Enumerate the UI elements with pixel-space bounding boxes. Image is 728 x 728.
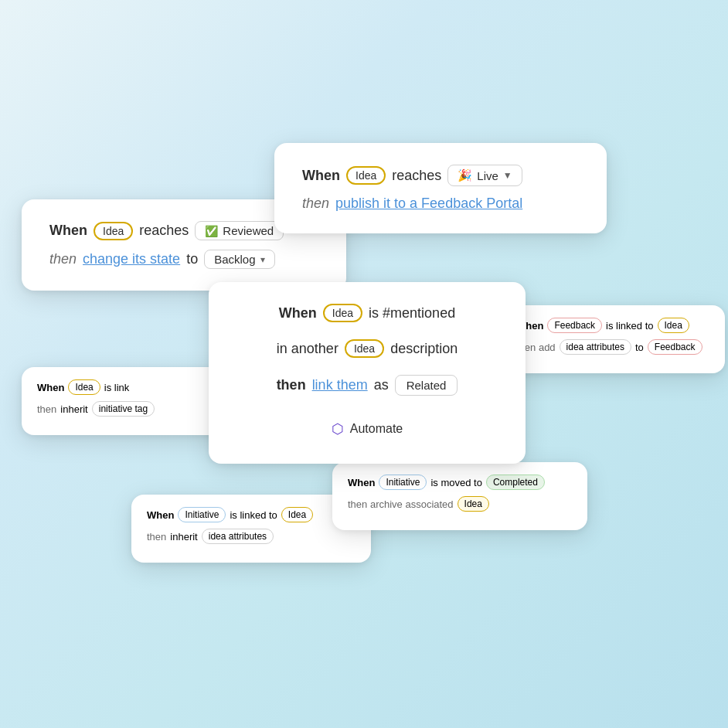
action-link-live[interactable]: publish it to a Feedback Portal <box>335 196 522 212</box>
reaches-label-live: reaches <box>392 168 441 184</box>
live-dropdown[interactable]: 🎉 Live ▼ <box>447 165 522 186</box>
automate-icon: ⬡ <box>332 420 344 437</box>
then-archive-text: then archive associated <box>348 498 454 510</box>
in-another-text: in another <box>277 341 338 357</box>
idea-attributes-pill: idea attributes <box>560 339 631 355</box>
when-label-live: When <box>302 168 340 184</box>
link-them-link[interactable]: link them <box>312 377 368 393</box>
reviewed-label: Reviewed <box>223 224 274 237</box>
card-mentioned: When Idea is #mentioned in another Idea … <box>209 282 526 464</box>
idea-pill-live: Idea <box>346 166 386 185</box>
check-icon: ✅ <box>205 225 218 237</box>
automate-button[interactable]: ⬡ Automate <box>319 416 415 442</box>
when-label-reviewed: When <box>49 223 87 239</box>
feedback-pill-right2: Feedback <box>648 339 702 355</box>
then-label-attrs: then <box>147 531 166 543</box>
backlog-dropdown[interactable]: Backlog ▾ <box>204 250 274 269</box>
initiative-pill-attrs: Initiative <box>178 507 226 522</box>
reviewed-pill: ✅ Reviewed <box>195 221 284 240</box>
related-label: Related <box>407 379 447 392</box>
card-initiative-completed: When Initiative is moved to Completed th… <box>332 462 587 530</box>
feedback-pill-right: Feedback <box>547 318 602 333</box>
backlog-label: Backlog <box>214 253 255 266</box>
change-state-link[interactable]: change its state <box>83 251 180 267</box>
inherit-attrs: inherit <box>170 531 197 543</box>
live-emoji: 🎉 <box>458 168 472 182</box>
when-label-init-link: When <box>37 382 64 393</box>
when-label-init-attrs: When <box>147 509 174 521</box>
completed-pill: Completed <box>486 475 545 490</box>
then-label-mentioned: then <box>277 377 306 393</box>
scene: When Idea reaches 🎉 Live ▼ then publish … <box>0 0 728 728</box>
to-label-reviewed: to <box>186 251 198 267</box>
live-label: Live <box>477 169 498 182</box>
idea-pill-attrs: Idea <box>281 507 313 522</box>
to-label-right: to <box>635 342 644 353</box>
initiative-tag-pill: initiative tag <box>92 401 155 417</box>
when-label-init-comp: When <box>348 477 375 488</box>
automate-label: Automate <box>350 422 403 436</box>
related-box: Related <box>395 375 458 396</box>
mentioned-inner: When Idea is #mentioned in another Idea … <box>236 304 498 442</box>
idea-attributes-pill-attrs: idea attributes <box>202 529 274 544</box>
then-label-init-link: then <box>37 403 56 415</box>
is-link-text: is link <box>104 382 130 393</box>
inherit-text: inherit <box>60 403 87 415</box>
then-label-reviewed: then <box>49 251 77 267</box>
card-feedback-right: When Feedback is linked to Idea then add… <box>501 305 725 373</box>
idea-pill-comp: Idea <box>458 496 489 512</box>
idea-pill-init-link: Idea <box>68 379 100 395</box>
is-linked-attrs: is linked to <box>230 509 277 521</box>
reaches-label-reviewed: reaches <box>139 223 189 239</box>
chevron-down-icon-reviewed: ▾ <box>260 254 265 265</box>
as-label-mentioned: as <box>374 377 389 393</box>
when-label-mentioned: When <box>279 305 317 321</box>
is-mentioned-text: is #mentioned <box>369 305 455 321</box>
idea-pill-mentioned2: Idea <box>345 339 384 358</box>
idea-pill-right: Idea <box>658 318 689 333</box>
then-label-live: then <box>302 196 329 212</box>
description-text: description <box>390 341 458 357</box>
initiative-pill-comp: Initiative <box>379 475 427 490</box>
is-moved-to-text: is moved to <box>430 477 481 488</box>
card-live: When Idea reaches 🎉 Live ▼ then publish … <box>274 143 607 233</box>
idea-pill-mentioned: Idea <box>323 304 362 322</box>
is-linked-to-right: is linked to <box>606 320 653 332</box>
idea-pill-reviewed: Idea <box>94 222 133 240</box>
chevron-down-icon: ▼ <box>503 170 512 181</box>
